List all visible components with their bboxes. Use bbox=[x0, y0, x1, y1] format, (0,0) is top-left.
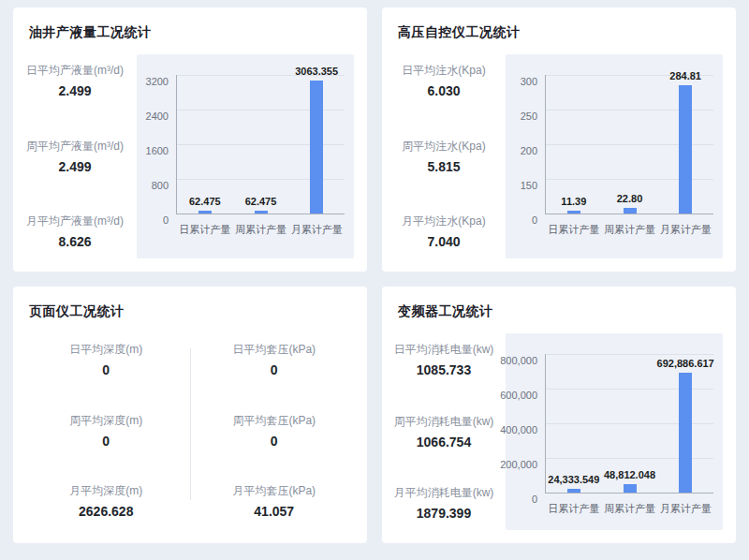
stat-daily-avg-production: 日平均产液量(m³/d) 2.499 bbox=[13, 64, 137, 98]
gridline bbox=[546, 354, 713, 355]
y-axis-tick: 300 bbox=[521, 76, 537, 87]
y-axis-tick: 600,000 bbox=[500, 390, 537, 401]
x-axis-label: 日累计产量 bbox=[546, 502, 602, 516]
bar-value-label: 22.80 bbox=[617, 193, 643, 204]
y-axis-tick: 3200 bbox=[146, 76, 169, 87]
chart-plot-area[interactable]: 11.3922.80284.81 bbox=[545, 75, 713, 214]
bar-value-label: 24,333.549 bbox=[548, 474, 599, 485]
chart-plot-area[interactable]: 24,333.54948,812.048692,886.617 bbox=[545, 354, 713, 494]
y-axis-tick: 400,000 bbox=[500, 424, 537, 435]
stat-value: 0 bbox=[22, 434, 190, 449]
y-axis-tick: 1600 bbox=[146, 145, 169, 156]
panel-frequency-converter: 变频器工况统计 日平均消耗电量(kw) 1085.733 周平均消耗电量(kw)… bbox=[382, 287, 736, 543]
stat-weekly-avg-injection: 周平均注水(Kpa) 5.815 bbox=[382, 140, 506, 174]
bar-日累计产量[interactable] bbox=[567, 489, 580, 494]
bar-value-label: 284.81 bbox=[669, 70, 701, 81]
stat-label: 日平均套压(kPa) bbox=[191, 343, 359, 357]
stat-value: 8.626 bbox=[13, 234, 137, 249]
panel-title: 页面仪工况统计 bbox=[13, 287, 367, 320]
y-axis-tick: 0 bbox=[532, 214, 537, 226]
stats-column: 日平均产液量(m³/d) 2.499 周平均产液量(m³/d) 2.499 月平… bbox=[13, 51, 137, 258]
stat-weekly-avg-casing-pressure: 周平均套压(kPa) 0 bbox=[191, 414, 359, 449]
bar-value-label: 48,812.048 bbox=[604, 469, 655, 480]
bar-chart-injection-pressure[interactable]: 015020025030011.3922.80284.81日累计产量周累计产量月… bbox=[506, 54, 723, 258]
bar-value-label: 3063.355 bbox=[295, 66, 338, 77]
stat-label: 月平均注水(Kpa) bbox=[382, 214, 506, 228]
stat-daily-avg-depth: 日平均深度(m) 0 bbox=[22, 343, 190, 377]
stat-label: 日平均消耗电量(kw) bbox=[382, 343, 506, 357]
y-axis-tick: 800 bbox=[152, 180, 169, 191]
bar-chart-power-consumption[interactable]: 0200,000400,000600,000800,00024,333.5494… bbox=[506, 333, 723, 530]
bar-周累计产量[interactable] bbox=[624, 484, 637, 493]
stats-column: 日平均消耗电量(kw) 1085.733 周平均消耗电量(kw) 1066.75… bbox=[382, 330, 506, 530]
stat-value: 2.499 bbox=[13, 83, 137, 98]
x-axis-label: 周累计产量 bbox=[233, 223, 289, 237]
stat-value: 6.030 bbox=[382, 83, 506, 98]
stat-label: 月平均消耗电量(kw) bbox=[382, 486, 506, 500]
stat-value: 1066.754 bbox=[382, 435, 506, 449]
bar-日累计产量[interactable] bbox=[198, 211, 212, 214]
bar-月累计产量[interactable] bbox=[679, 85, 692, 214]
bar-value-label: 11.39 bbox=[561, 196, 586, 207]
x-axis-label: 日累计产量 bbox=[546, 223, 602, 237]
stat-value: 5.815 bbox=[382, 159, 506, 174]
bar-value-label: 62.475 bbox=[245, 196, 277, 207]
bar-周累计产量[interactable] bbox=[624, 208, 637, 214]
stat-label: 周平均注水(Kpa) bbox=[382, 140, 506, 154]
stat-weekly-avg-depth: 周平均深度(m) 0 bbox=[22, 414, 190, 449]
y-axis-tick: 2400 bbox=[146, 111, 169, 122]
x-axis-label: 月累计产量 bbox=[657, 223, 713, 237]
panel-title: 变频器工况统计 bbox=[382, 287, 736, 320]
stat-value: 0 bbox=[22, 362, 190, 377]
stats-column: 日平均注水(Kpa) 6.030 周平均注水(Kpa) 5.815 月平均注水(… bbox=[382, 51, 506, 258]
stat-value: 1085.733 bbox=[382, 362, 506, 377]
bar-月累计产量[interactable] bbox=[679, 373, 692, 493]
x-axis-label: 月累计产量 bbox=[657, 502, 713, 516]
stat-label: 周平均套压(kPa) bbox=[191, 414, 359, 428]
stat-label: 月平均深度(m) bbox=[22, 484, 190, 498]
stats-column-casing-pressure: 日平均套压(kPa) 0 周平均套压(kPa) 0 月平均套压(kPa) 41.… bbox=[191, 328, 359, 524]
stat-value: 1879.399 bbox=[382, 506, 506, 521]
stat-label: 月平均产液量(m³/d) bbox=[13, 214, 137, 228]
bar-value-label: 692,886.617 bbox=[657, 358, 714, 369]
panel-high-pressure-instrument: 高压自控仪工况统计 日平均注水(Kpa) 6.030 周平均注水(Kpa) 5.… bbox=[382, 7, 736, 272]
x-axis-label: 周累计产量 bbox=[602, 223, 658, 237]
stat-value: 0 bbox=[191, 362, 359, 377]
stat-value: 2626.628 bbox=[22, 504, 190, 519]
bar-value-label: 62.475 bbox=[189, 196, 221, 207]
stat-monthly-avg-injection: 月平均注水(Kpa) 7.040 bbox=[382, 214, 506, 249]
bar-chart-oil-production[interactable]: 080016002400320062.47562.4753063.355日累计产… bbox=[137, 54, 354, 258]
y-axis-tick: 800,000 bbox=[500, 355, 537, 366]
x-axis-category-labels: 日累计产量周累计产量月累计产量 bbox=[546, 494, 713, 516]
panel-page-instrument: 页面仪工况统计 日平均深度(m) 0 周平均深度(m) 0 月平均深度(m) 2… bbox=[13, 287, 367, 543]
bar-周累计产量[interactable] bbox=[255, 211, 268, 214]
x-axis-label: 周累计产量 bbox=[602, 502, 658, 516]
stat-value: 0 bbox=[191, 434, 359, 449]
bar-月累计产量[interactable] bbox=[310, 81, 323, 214]
y-axis-tick: 200 bbox=[521, 145, 537, 156]
y-axis-tick: 250 bbox=[521, 111, 537, 122]
stat-monthly-avg-production: 月平均产液量(m³/d) 8.626 bbox=[13, 214, 137, 249]
y-axis-tick: 150 bbox=[521, 180, 537, 191]
bar-日累计产量[interactable] bbox=[567, 211, 580, 214]
stat-monthly-avg-casing-pressure: 月平均套压(kPa) 41.057 bbox=[191, 484, 359, 519]
stat-label: 周平均产液量(m³/d) bbox=[13, 140, 137, 154]
y-axis-tick-labels: 0150200250300 bbox=[507, 75, 545, 214]
stat-label: 日平均注水(Kpa) bbox=[382, 64, 506, 78]
stat-label: 月平均套压(kPa) bbox=[191, 484, 359, 498]
stat-value: 2.499 bbox=[13, 159, 137, 174]
panel-title: 高压自控仪工况统计 bbox=[382, 7, 736, 41]
stat-value: 41.057 bbox=[191, 504, 359, 519]
stats-column-depth: 日平均深度(m) 0 周平均深度(m) 0 月平均深度(m) 2626.628 bbox=[22, 328, 190, 524]
y-axis-tick: 0 bbox=[163, 214, 169, 226]
stat-label: 周平均消耗电量(kw) bbox=[382, 415, 506, 429]
stat-label: 周平均深度(m) bbox=[22, 414, 190, 428]
x-axis-label: 日累计产量 bbox=[177, 223, 233, 237]
stat-monthly-avg-power: 月平均消耗电量(kw) 1879.399 bbox=[382, 486, 506, 521]
stat-monthly-avg-depth: 月平均深度(m) 2626.628 bbox=[22, 484, 190, 519]
chart-plot-area[interactable]: 62.47562.4753063.355 bbox=[176, 75, 345, 214]
stat-weekly-avg-power: 周平均消耗电量(kw) 1066.754 bbox=[382, 415, 506, 449]
stat-value: 7.040 bbox=[382, 234, 506, 249]
x-axis-category-labels: 日累计产量周累计产量月累计产量 bbox=[546, 214, 713, 237]
stat-label: 日平均深度(m) bbox=[22, 343, 190, 357]
